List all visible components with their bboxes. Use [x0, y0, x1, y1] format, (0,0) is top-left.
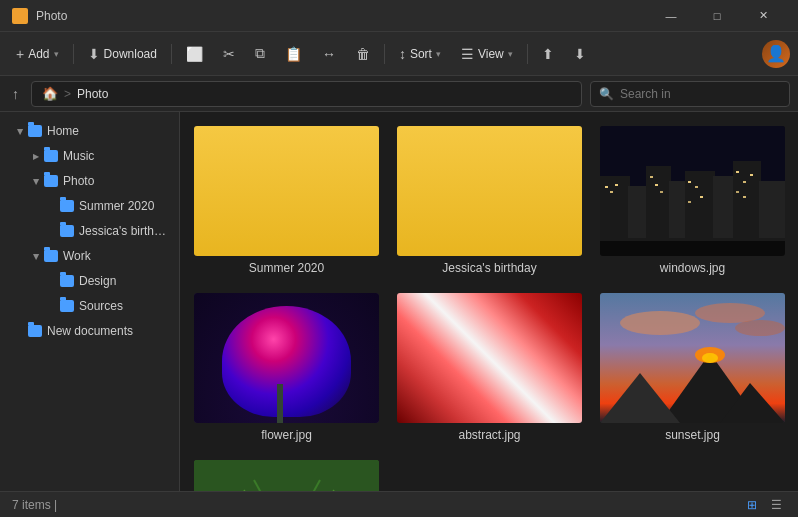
- svg-rect-18: [700, 196, 703, 198]
- chevron-home: ▶: [16, 123, 25, 139]
- list-view-button[interactable]: ☰: [766, 496, 786, 514]
- file-thumb-sunset: [600, 293, 785, 423]
- sidebar-label-work: Work: [63, 249, 91, 263]
- sidebar-item-music[interactable]: ▶ Music: [4, 144, 175, 168]
- sidebar-item-summer2020[interactable]: Summer 2020: [4, 194, 175, 218]
- addressbar: ↑ 🏠 > Photo 🔍: [0, 76, 798, 112]
- maximize-button[interactable]: □: [694, 0, 740, 32]
- sidebar-label-design: Design: [79, 274, 116, 288]
- separator-4: [527, 44, 528, 64]
- thumb-image-flower: [194, 293, 379, 423]
- cut-button[interactable]: ✂: [215, 42, 243, 66]
- svg-rect-13: [650, 176, 653, 178]
- svg-rect-19: [688, 201, 691, 203]
- share-button[interactable]: ⬜: [178, 42, 211, 66]
- svg-rect-15: [660, 191, 663, 193]
- paste-button[interactable]: 📋: [277, 42, 310, 66]
- flower-bloom: [222, 306, 352, 417]
- window-controls: — □ ✕: [648, 0, 786, 32]
- file-item-windows[interactable]: windows.jpg: [596, 122, 789, 279]
- file-name-jessica: Jessica's birthday: [442, 261, 536, 275]
- delete-icon: 🗑: [356, 46, 370, 62]
- file-thumb-windows: [600, 126, 785, 256]
- sidebar-label-music: Music: [63, 149, 94, 163]
- sidebar-item-home[interactable]: ▶ Home: [4, 119, 175, 143]
- svg-rect-20: [736, 171, 739, 173]
- copy-icon: ⧉: [255, 45, 265, 62]
- svg-rect-26: [600, 238, 785, 241]
- file-item-flower[interactable]: flower.jpg: [190, 289, 383, 446]
- sidebar-item-design[interactable]: Design: [4, 269, 175, 293]
- folder-icon-home: [28, 125, 42, 137]
- sidebar-label-newdocs: New documents: [47, 324, 133, 338]
- address-box[interactable]: 🏠 > Photo: [31, 81, 582, 107]
- svg-rect-16: [688, 181, 691, 183]
- file-thumb-flower: [194, 293, 379, 423]
- svg-rect-14: [655, 184, 658, 186]
- search-box[interactable]: 🔍: [590, 81, 790, 107]
- file-name-summer2020: Summer 2020: [249, 261, 324, 275]
- titlebar-left: Photo: [12, 8, 67, 24]
- separator-3: [384, 44, 385, 64]
- download-icon: ⬇: [88, 46, 100, 62]
- file-item-abstract[interactable]: abstract.jpg: [393, 289, 586, 446]
- svg-point-30: [735, 320, 785, 336]
- search-input[interactable]: [620, 87, 781, 101]
- file-item-plants[interactable]: [190, 456, 383, 491]
- file-thumb-summer2020: [194, 126, 379, 256]
- sidebar-item-photo[interactable]: ▶ Photo: [4, 169, 175, 193]
- thumb-image-windows: [600, 126, 785, 256]
- download-label: Download: [104, 47, 157, 61]
- svg-rect-36: [194, 460, 379, 491]
- grid-view-button[interactable]: ⊞: [742, 496, 762, 514]
- svg-rect-25: [600, 241, 785, 256]
- sidebar-item-work[interactable]: ▶ Work: [4, 244, 175, 268]
- sidebar-item-sources[interactable]: Sources: [4, 294, 175, 318]
- svg-rect-11: [610, 191, 613, 193]
- svg-point-29: [695, 303, 765, 323]
- path-separator: >: [64, 87, 71, 101]
- add-icon: +: [16, 46, 24, 62]
- separator-2: [171, 44, 172, 64]
- folder-icon-summer2020: [60, 200, 74, 212]
- sort-button[interactable]: ↕ Sort ▾: [391, 42, 449, 66]
- file-name-windows: windows.jpg: [660, 261, 725, 275]
- copy-button[interactable]: ⧉: [247, 41, 273, 66]
- chevron-work: ▶: [32, 248, 41, 264]
- paste-icon: 📋: [285, 46, 302, 62]
- up-button[interactable]: ↑: [8, 82, 23, 106]
- file-item-summer2020[interactable]: Summer 2020: [190, 122, 383, 279]
- sidebar-label-photo: Photo: [63, 174, 94, 188]
- view-button[interactable]: ☰ View ▾: [453, 42, 521, 66]
- chevron-music: ▶: [28, 152, 44, 161]
- delete-button[interactable]: 🗑: [348, 42, 378, 66]
- close-button[interactable]: ✕: [740, 0, 786, 32]
- statusbar: 7 items | ⊞ ☰: [0, 491, 798, 517]
- sidebar-item-newdocs[interactable]: New documents: [4, 319, 175, 343]
- folder-icon-music: [44, 150, 58, 162]
- file-item-sunset[interactable]: sunset.jpg: [596, 289, 789, 446]
- rename-icon: ↔: [322, 46, 336, 62]
- sidebar-item-jessica[interactable]: Jessica's birthday: [4, 219, 175, 243]
- path-current: Photo: [77, 87, 108, 101]
- download2-icon: ⬇: [574, 46, 586, 62]
- sort-chevron: ▾: [436, 49, 441, 59]
- add-button[interactable]: + Add ▾: [8, 42, 67, 66]
- file-thumb-plants: [194, 460, 379, 491]
- svg-rect-21: [743, 181, 746, 183]
- rename-button[interactable]: ↔: [314, 42, 344, 66]
- view-icon: ☰: [461, 46, 474, 62]
- folder-icon-photo: [44, 175, 58, 187]
- user-avatar[interactable]: 👤: [762, 40, 790, 68]
- file-grid: Summer 2020 Jessica's birthday: [180, 112, 798, 491]
- download2-button[interactable]: ⬇: [566, 42, 594, 66]
- minimize-button[interactable]: —: [648, 0, 694, 32]
- upload-button[interactable]: ⬆: [534, 42, 562, 66]
- thumb-image-abstract: [397, 293, 582, 423]
- thumb-image-plants: [194, 460, 379, 491]
- home-icon: 🏠: [42, 86, 58, 101]
- download-button[interactable]: ⬇ Download: [80, 42, 165, 66]
- share-icon: ⬜: [186, 46, 203, 62]
- file-item-jessica[interactable]: Jessica's birthday: [393, 122, 586, 279]
- folder-icon-sources: [60, 300, 74, 312]
